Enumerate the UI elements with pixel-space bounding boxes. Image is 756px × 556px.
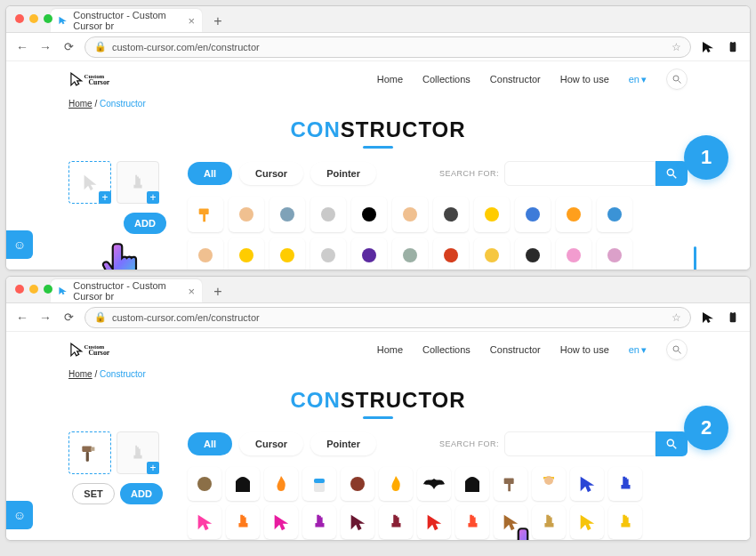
scrollbar-thumb[interactable] [694,246,696,270]
reload-button[interactable]: ⟳ [61,310,76,324]
nav-collections[interactable]: Collections [422,74,470,85]
grid-item-arrow-mag[interactable] [264,505,298,539]
nav-howto[interactable]: How to use [560,74,609,85]
grid-item-face-glasses[interactable] [392,197,428,232]
breadcrumb-home[interactable]: Home [68,99,92,109]
feedback-tab[interactable]: ☺ [6,501,33,529]
search-input[interactable] [504,431,655,456]
grid-item-face-man[interactable] [188,238,223,270]
filter-pointer[interactable]: Pointer [310,162,376,185]
grid-item-hand-orange[interactable] [226,505,260,539]
browser-tab[interactable]: Constructor - Custom Cursor br × [51,9,202,32]
nav-home[interactable]: Home [377,74,403,85]
grid-item-face-beard[interactable] [229,197,264,232]
grid-item-bat[interactable] [417,467,451,501]
grid-item-bag[interactable] [433,238,469,270]
breadcrumb-home[interactable]: Home [68,369,92,379]
filter-pointer[interactable]: Pointer [310,432,376,455]
window-minimize[interactable] [29,285,38,294]
grid-item-broom[interactable] [341,467,374,501]
add-button[interactable]: ADD [120,483,163,504]
pointer-slot-add[interactable]: + [147,462,159,474]
grid-item-vader[interactable] [226,467,260,501]
grid-item-lipstick[interactable] [556,238,591,270]
browser-tab[interactable]: Constructor - Custom Cursor br × [51,279,202,302]
cursor-extension-icon[interactable] [700,310,716,326]
back-button[interactable]: ← [15,40,29,54]
tab-close-icon[interactable]: × [188,285,195,298]
grid-item-bow[interactable] [351,197,387,232]
window-minimize[interactable] [29,14,38,23]
batman-extension-icon[interactable] [725,310,741,326]
back-button[interactable]: ← [15,310,29,325]
grid-item-flame[interactable] [379,467,413,501]
nav-constructor[interactable]: Constructor [490,74,541,85]
search-submit[interactable] [655,431,688,456]
grid-item-hand-yel[interactable] [608,505,642,539]
grid-item-hand-purple[interactable] [302,505,336,539]
add-button[interactable]: ADD [124,213,166,234]
address-bar[interactable]: 🔒 custom-cursor.com/en/constructor ☆ [84,307,691,328]
logo[interactable]: Custom Cursor [68,68,138,90]
pointer-slot[interactable]: + [117,431,159,474]
nav-constructor[interactable]: Constructor [490,344,541,355]
search-submit[interactable] [655,161,688,186]
language-switcher[interactable]: en▾ [629,344,647,356]
grid-item-hand-dred[interactable] [379,505,413,539]
nav-home[interactable]: Home [377,344,403,355]
cursor-slot-add[interactable]: + [99,191,111,204]
logo[interactable]: Custom Cursor [68,339,138,360]
address-bar[interactable]: 🔒 custom-cursor.com/en/constructor ☆ [84,36,691,58]
window-maximize[interactable] [44,285,52,294]
grid-item-arrow-dred[interactable] [341,505,374,539]
grid-item-duck[interactable] [269,238,305,270]
grid-item-hand-red2[interactable] [455,505,489,539]
grid-item-phone[interactable] [433,197,469,232]
reload-button[interactable]: ⟳ [61,40,76,53]
tab-close-icon[interactable]: × [188,14,195,28]
grid-item-pepsi[interactable] [515,197,551,232]
grid-item-mjolnir[interactable] [494,467,527,501]
grid-item-duck-red[interactable] [229,238,264,270]
cursor-slot[interactable]: + [68,161,111,204]
bookmark-star-icon[interactable]: ☆ [672,41,681,53]
window-maximize[interactable] [44,14,52,23]
nav-howto[interactable]: How to use [560,344,609,355]
grid-item-arrow-pink[interactable] [188,505,221,539]
header-search-button[interactable] [666,339,688,360]
grid-item-wand[interactable] [188,467,221,501]
grid-item-wrench[interactable] [310,238,346,270]
filter-cursor[interactable]: Cursor [239,432,303,455]
grid-item-tube[interactable] [269,197,305,232]
forward-button[interactable]: → [38,310,52,325]
new-tab-button[interactable]: + [207,11,229,32]
grid-item-hammer[interactable] [188,197,223,232]
grid-item-strap[interactable] [556,197,591,232]
window-close[interactable] [15,14,24,23]
pointer-slot-add[interactable]: + [147,191,159,204]
grid-item-fire-ptr[interactable] [264,467,298,501]
grid-item-belt[interactable] [597,197,632,232]
grid-item-bat-emblem[interactable] [474,197,510,232]
filter-all[interactable]: All [188,432,232,455]
grid-item-spider[interactable] [515,238,551,270]
grid-item-arrow-red[interactable] [417,505,451,539]
set-button[interactable]: SET [72,483,115,504]
header-search-button[interactable] [666,68,688,90]
grid-item-hand-blue[interactable] [608,467,642,501]
grid-item-blade[interactable] [310,197,346,232]
pointer-slot[interactable]: + [117,161,159,204]
grid-item-hello-kitty[interactable] [597,238,632,270]
cursor-slot[interactable] [68,431,111,474]
filter-all[interactable]: All [188,162,232,185]
new-tab-button[interactable]: + [207,281,229,302]
language-switcher[interactable]: en▾ [629,74,647,85]
filter-cursor[interactable]: Cursor [239,162,303,185]
grid-item-thor[interactable] [532,467,566,501]
bookmark-star-icon[interactable]: ☆ [672,311,681,324]
grid-item-arrow-blue[interactable] [570,467,604,501]
grid-item-arrow-yel[interactable] [570,505,604,539]
window-close[interactable] [15,285,24,294]
cursor-extension-icon[interactable] [700,39,716,55]
feedback-tab[interactable]: ☺ [6,230,33,259]
